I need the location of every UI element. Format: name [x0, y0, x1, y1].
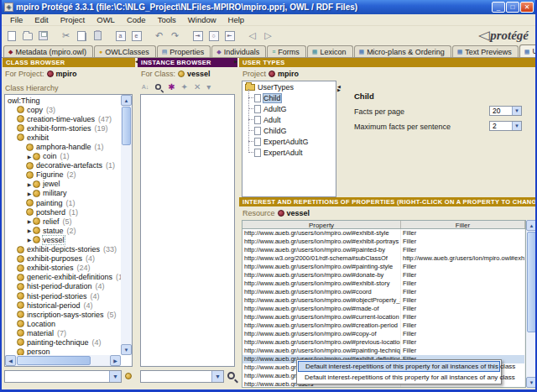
tab-individuals[interactable]: ◆Individuals [211, 45, 266, 57]
archive-icon[interactable]: a [114, 29, 127, 42]
cut-icon[interactable]: ✂ [60, 29, 72, 42]
table-row[interactable]: http://www.aueb.gr/users/ion/mpiro.owl#p… [242, 338, 525, 347]
user-type-expertadult[interactable]: ExpertAdult [242, 147, 336, 158]
splitter-collapse-right-icon[interactable]: ▶ [234, 60, 238, 63]
menu-help[interactable]: Help [222, 15, 251, 24]
menu-window[interactable]: Window [182, 15, 222, 24]
new-project-icon[interactable] [5, 29, 18, 42]
user-type-child[interactable]: Child [242, 92, 336, 103]
class-tree-item-exhibit-stories[interactable]: exhibit-stories(24) [6, 264, 120, 273]
field-combobox-maximum-facts-per-sentence[interactable]: 2▼ [489, 121, 522, 131]
maximize-button[interactable]: □ [506, 2, 519, 13]
class-tree-item-exhibit-purposes[interactable]: exhibit-purposes(4) [6, 254, 120, 264]
class-tree-item-material[interactable]: material(7) [6, 328, 120, 337]
user-type-childg[interactable]: ChildG [242, 125, 336, 136]
scroll-down-icon[interactable]: ▼ [526, 377, 537, 388]
chevron-down-icon[interactable]: ▼ [512, 107, 521, 115]
splitter-collapse-left-icon[interactable]: ◀ [135, 60, 139, 63]
class-tree-item-generic-exhibit-definitions[interactable]: generic-exhibit-definitions(18) [6, 273, 120, 282]
user-types-root[interactable]: UserTypes [242, 81, 336, 92]
class-tree-item-painting[interactable]: painting(1) [6, 198, 120, 207]
expand-arrow-icon[interactable]: ▶ [26, 191, 33, 196]
show-reference-icon[interactable]: ○ [207, 29, 220, 42]
column-property[interactable]: Property [242, 221, 401, 228]
tab-properties[interactable]: ▤Properties [157, 45, 211, 57]
close-button[interactable]: ✕ [520, 2, 534, 13]
table-row[interactable]: http://www.aueb.gr/users/ion/mpiro.owl#o… [242, 296, 525, 305]
class-tree-item-hist-period-duration[interactable]: hist-period-duration(4) [6, 282, 120, 291]
class-tree-item-coin[interactable]: ▶coin(1) [6, 152, 120, 161]
class-tree-item-vessel[interactable]: ▶vessel [6, 235, 120, 244]
class-tree-item-decorative-artefacts[interactable]: decorative-artefacts(1) [6, 161, 120, 170]
instance-search-combobox[interactable]: ▼ [140, 370, 224, 383]
chevron-down-icon[interactable]: ▼ [109, 371, 121, 382]
scroll-left-icon[interactable]: ◀ [5, 355, 16, 366]
minimize-button[interactable]: _ [492, 2, 505, 13]
table-row[interactable]: http://www.aueb.gr/users/ion/mpiro.owl#e… [242, 280, 525, 288]
column-filler[interactable]: Filler [401, 221, 525, 228]
search-icon[interactable] [227, 372, 235, 379]
export-icon[interactable]: e [130, 29, 143, 42]
menu-owl[interactable]: OWL [91, 15, 121, 24]
class-filter-icon[interactable] [125, 373, 132, 379]
class-tree-item-hist-period-stories[interactable]: hist-period-stories(4) [6, 291, 120, 301]
expand-arrow-icon[interactable]: ▶ [26, 154, 33, 159]
context-menu-item[interactable]: Default interest-repetitions of this pro… [298, 361, 500, 372]
class-tree-hthumb[interactable] [17, 356, 91, 365]
table-row[interactable]: http://www.w3.org/2000/01/rdf-schema#sub… [242, 254, 525, 263]
context-menu-item[interactable]: Default interest-repetitions of this pro… [298, 372, 500, 383]
expand-arrow-icon[interactable]: ▶ [26, 237, 33, 243]
class-tree-item-location[interactable]: Location [6, 319, 120, 328]
table-row[interactable]: http://www.aueb.gr/users/ion/mpiro.owl#e… [242, 229, 525, 238]
tab-micro-plans-ordering[interactable]: ▦Micro-plans & Ordering [354, 45, 451, 57]
table-row[interactable]: http://www.aueb.gr/users/ion/mpiro.owl#c… [242, 288, 525, 296]
table-row[interactable]: http://www.aueb.gr/users/ion/mpiro.owl#e… [242, 238, 525, 246]
instance-list[interactable] [140, 94, 235, 367]
sort-az-icon[interactable]: A↓ [142, 84, 149, 90]
class-tree[interactable]: owl:Thingcopy(3)creation-time-values(47)… [4, 94, 133, 367]
create-instance-icon[interactable]: ✱ [168, 82, 175, 91]
user-type-expertadultg[interactable]: ExpertAdultG [242, 136, 336, 147]
class-tree-item-owl-thing[interactable]: owl:Thing [6, 96, 120, 105]
table-row[interactable]: http://www.aueb.gr/users/ion/mpiro.owl#c… [242, 313, 525, 321]
user-type-adultg[interactable]: AdultG [242, 103, 336, 114]
class-tree-item-painting-technique[interactable]: painting-technique(4) [6, 337, 120, 347]
tab-owlclasses[interactable]: ●OWLClasses [94, 45, 156, 57]
copy-icon[interactable] [76, 29, 88, 42]
class-tree-vthumb[interactable] [122, 107, 131, 145]
user-type-adult[interactable]: Adult [242, 114, 336, 125]
menu-project[interactable]: Project [55, 15, 91, 24]
class-tree-item-exhibit-form-stories[interactable]: exhibit-form-stories(19) [6, 123, 120, 133]
table-vthumb[interactable] [527, 232, 536, 332]
class-search-value[interactable] [5, 371, 109, 382]
back-icon[interactable]: ◁ [246, 29, 258, 42]
class-tree-item-jewel[interactable]: ▶jewel [6, 180, 120, 189]
user-types-tree[interactable]: UserTypes ChildAdultGAdultChildGExpertAd… [242, 81, 336, 197]
menu-edit[interactable]: Edit [29, 15, 54, 24]
table-row[interactable]: http://www.aueb.gr/users/ion/mpiro.owl#p… [242, 347, 525, 355]
menu-file[interactable]: File [4, 15, 29, 24]
tab-metadata-mpiro-owl[interactable]: ◆Metadata (mpiro.owl) [3, 45, 93, 57]
table-row[interactable]: http://www.aueb.gr/users/ion/mpiro.owl#p… [242, 263, 525, 271]
expand-arrow-icon[interactable]: ▶ [26, 227, 33, 233]
paste-icon[interactable] [91, 29, 104, 42]
class-tree-item-creation-time-values[interactable]: creation-time-values(47) [6, 114, 120, 123]
scroll-right-icon[interactable]: ▶ [110, 355, 121, 366]
table-row[interactable]: http://www.aueb.gr/users/ion/mpiro.owl#d… [242, 271, 525, 280]
class-tree-item-military[interactable]: ▶military [6, 189, 120, 198]
forward-icon[interactable]: ▷ [262, 29, 274, 42]
class-search-combobox[interactable]: ▼ [4, 370, 122, 383]
instance-menu-icon[interactable]: ▾ [206, 82, 211, 91]
expand-arrow-icon[interactable]: ▶ [26, 181, 33, 187]
expand-arrow-icon[interactable]: ▶ [26, 218, 33, 224]
menu-code[interactable]: Code [121, 15, 152, 24]
scroll-up-icon[interactable]: ▲ [526, 220, 537, 231]
class-tree-item-amphora-handle[interactable]: amphora-handle(1) [6, 142, 120, 151]
search-instance-icon[interactable] [155, 84, 161, 90]
undo-icon[interactable]: ↶ [153, 29, 165, 42]
tab-forms[interactable]: ≡Forms [267, 45, 306, 57]
detail-splitter-icon[interactable]: ◀▶ [337, 85, 341, 91]
tab-lexicon[interactable]: ▦Lexicon [307, 45, 353, 57]
class-tree-item-potsherd[interactable]: potsherd(1) [6, 207, 120, 217]
open-project-icon[interactable] [21, 29, 34, 42]
